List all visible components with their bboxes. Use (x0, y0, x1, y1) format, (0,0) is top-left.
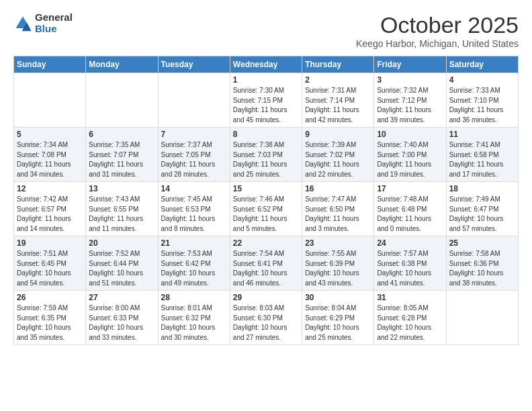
day-info: Sunrise: 7:30 AM Sunset: 7:15 PM Dayligh… (233, 86, 299, 125)
calendar-cell: 1Sunrise: 7:30 AM Sunset: 7:15 PM Daylig… (230, 73, 302, 128)
day-info: Sunrise: 8:00 AM Sunset: 6:33 PM Dayligh… (89, 304, 154, 342)
day-info: Sunrise: 7:34 AM Sunset: 7:08 PM Dayligh… (17, 140, 83, 179)
calendar-cell: 9Sunrise: 7:39 AM Sunset: 7:02 PM Daylig… (302, 128, 374, 182)
day-info: Sunrise: 7:58 AM Sunset: 6:36 PM Dayligh… (449, 249, 515, 288)
day-number: 10 (377, 130, 443, 139)
calendar-cell: 14Sunrise: 7:45 AM Sunset: 6:53 PM Dayli… (158, 182, 230, 236)
day-info: Sunrise: 7:55 AM Sunset: 6:39 PM Dayligh… (305, 249, 371, 288)
day-number: 19 (17, 238, 83, 248)
calendar-cell: 20Sunrise: 7:52 AM Sunset: 6:44 PM Dayli… (86, 236, 158, 291)
logo: General Blue (13, 12, 73, 34)
day-info: Sunrise: 7:40 AM Sunset: 7:00 PM Dayligh… (377, 140, 443, 179)
day-info: Sunrise: 7:38 AM Sunset: 7:03 PM Dayligh… (233, 140, 299, 179)
calendar-week-row: 1Sunrise: 7:30 AM Sunset: 7:15 PM Daylig… (14, 73, 519, 128)
day-info: Sunrise: 7:48 AM Sunset: 6:48 PM Dayligh… (377, 195, 443, 234)
weekday-header: Friday (374, 56, 446, 73)
day-number: 25 (449, 238, 515, 248)
day-number: 30 (305, 293, 371, 302)
calendar-cell: 26Sunrise: 7:59 AM Sunset: 6:35 PM Dayli… (14, 291, 86, 345)
calendar-cell: 27Sunrise: 8:00 AM Sunset: 6:33 PM Dayli… (86, 291, 158, 345)
calendar-cell: 6Sunrise: 7:35 AM Sunset: 7:07 PM Daylig… (86, 128, 158, 182)
calendar-cell: 16Sunrise: 7:47 AM Sunset: 6:50 PM Dayli… (302, 182, 374, 236)
weekday-header: Saturday (446, 56, 518, 73)
weekday-header: Thursday (302, 56, 374, 73)
day-number: 1 (233, 75, 299, 85)
weekday-header-row: SundayMondayTuesdayWednesdayThursdayFrid… (14, 56, 519, 73)
day-number: 16 (305, 184, 371, 193)
day-number: 2 (305, 75, 371, 85)
logo-blue-text: Blue (35, 24, 73, 35)
day-info: Sunrise: 7:49 AM Sunset: 6:47 PM Dayligh… (449, 195, 515, 234)
day-number: 17 (377, 184, 443, 193)
day-number: 14 (161, 184, 227, 193)
calendar-table: SundayMondayTuesdayWednesdayThursdayFrid… (13, 56, 519, 345)
calendar-cell: 29Sunrise: 8:03 AM Sunset: 6:30 PM Dayli… (230, 291, 302, 345)
day-info: Sunrise: 7:53 AM Sunset: 6:42 PM Dayligh… (161, 249, 227, 288)
day-number: 6 (89, 130, 154, 139)
day-info: Sunrise: 7:31 AM Sunset: 7:14 PM Dayligh… (305, 86, 371, 125)
calendar-cell (14, 73, 86, 128)
day-number: 11 (449, 130, 515, 139)
calendar-cell: 12Sunrise: 7:42 AM Sunset: 6:57 PM Dayli… (14, 182, 86, 236)
calendar-cell (158, 73, 230, 128)
day-number: 18 (449, 184, 515, 193)
day-info: Sunrise: 7:45 AM Sunset: 6:53 PM Dayligh… (161, 195, 227, 234)
day-info: Sunrise: 7:37 AM Sunset: 7:05 PM Dayligh… (161, 140, 227, 179)
logo-icon (13, 14, 32, 33)
title-block: October 2025 Keego Harbor, Michigan, Uni… (356, 12, 519, 49)
calendar-cell: 31Sunrise: 8:05 AM Sunset: 6:28 PM Dayli… (374, 291, 446, 345)
day-info: Sunrise: 8:01 AM Sunset: 6:32 PM Dayligh… (161, 304, 227, 342)
day-number: 20 (89, 238, 154, 248)
logo-general-text: General (35, 12, 73, 24)
day-info: Sunrise: 7:47 AM Sunset: 6:50 PM Dayligh… (305, 195, 371, 234)
day-number: 21 (161, 238, 227, 248)
page-header: General Blue October 2025 Keego Harbor, … (13, 12, 519, 49)
day-info: Sunrise: 7:32 AM Sunset: 7:12 PM Dayligh… (377, 86, 443, 125)
calendar-week-row: 19Sunrise: 7:51 AM Sunset: 6:45 PM Dayli… (14, 236, 519, 291)
day-number: 26 (17, 293, 83, 302)
calendar-cell: 17Sunrise: 7:48 AM Sunset: 6:48 PM Dayli… (374, 182, 446, 236)
calendar-cell: 5Sunrise: 7:34 AM Sunset: 7:08 PM Daylig… (14, 128, 86, 182)
calendar-week-row: 5Sunrise: 7:34 AM Sunset: 7:08 PM Daylig… (14, 128, 519, 182)
weekday-header: Monday (86, 56, 158, 73)
day-info: Sunrise: 7:51 AM Sunset: 6:45 PM Dayligh… (17, 249, 83, 288)
day-info: Sunrise: 7:42 AM Sunset: 6:57 PM Dayligh… (17, 195, 83, 234)
day-info: Sunrise: 8:05 AM Sunset: 6:28 PM Dayligh… (377, 304, 443, 342)
day-number: 23 (305, 238, 371, 248)
calendar-cell: 15Sunrise: 7:46 AM Sunset: 6:52 PM Dayli… (230, 182, 302, 236)
day-number: 5 (17, 130, 83, 139)
weekday-header: Sunday (14, 56, 86, 73)
day-number: 22 (233, 238, 299, 248)
day-number: 24 (377, 238, 443, 248)
calendar-cell: 23Sunrise: 7:55 AM Sunset: 6:39 PM Dayli… (302, 236, 374, 291)
month-title: October 2025 (356, 12, 519, 38)
day-info: Sunrise: 8:04 AM Sunset: 6:29 PM Dayligh… (305, 304, 371, 342)
day-number: 13 (89, 184, 154, 193)
calendar-cell: 8Sunrise: 7:38 AM Sunset: 7:03 PM Daylig… (230, 128, 302, 182)
calendar-cell: 13Sunrise: 7:43 AM Sunset: 6:55 PM Dayli… (86, 182, 158, 236)
day-number: 4 (449, 75, 515, 85)
day-number: 9 (305, 130, 371, 139)
calendar-cell: 11Sunrise: 7:41 AM Sunset: 6:58 PM Dayli… (446, 128, 518, 182)
day-number: 3 (377, 75, 443, 85)
day-info: Sunrise: 7:41 AM Sunset: 6:58 PM Dayligh… (449, 140, 515, 179)
weekday-header: Wednesday (230, 56, 302, 73)
calendar-cell: 3Sunrise: 7:32 AM Sunset: 7:12 PM Daylig… (374, 73, 446, 128)
location-text: Keego Harbor, Michigan, United States (356, 38, 519, 49)
calendar-cell: 2Sunrise: 7:31 AM Sunset: 7:14 PM Daylig… (302, 73, 374, 128)
calendar-cell: 30Sunrise: 8:04 AM Sunset: 6:29 PM Dayli… (302, 291, 374, 345)
calendar-cell: 24Sunrise: 7:57 AM Sunset: 6:38 PM Dayli… (374, 236, 446, 291)
day-number: 7 (161, 130, 227, 139)
day-info: Sunrise: 7:33 AM Sunset: 7:10 PM Dayligh… (449, 86, 515, 125)
day-info: Sunrise: 7:54 AM Sunset: 6:41 PM Dayligh… (233, 249, 299, 288)
day-info: Sunrise: 7:39 AM Sunset: 7:02 PM Dayligh… (305, 140, 371, 179)
day-info: Sunrise: 7:43 AM Sunset: 6:55 PM Dayligh… (89, 195, 154, 234)
calendar-cell: 10Sunrise: 7:40 AM Sunset: 7:00 PM Dayli… (374, 128, 446, 182)
day-number: 12 (17, 184, 83, 193)
calendar-cell: 19Sunrise: 7:51 AM Sunset: 6:45 PM Dayli… (14, 236, 86, 291)
calendar-cell: 25Sunrise: 7:58 AM Sunset: 6:36 PM Dayli… (446, 236, 518, 291)
calendar-cell: 4Sunrise: 7:33 AM Sunset: 7:10 PM Daylig… (446, 73, 518, 128)
calendar-cell: 22Sunrise: 7:54 AM Sunset: 6:41 PM Dayli… (230, 236, 302, 291)
calendar-cell: 7Sunrise: 7:37 AM Sunset: 7:05 PM Daylig… (158, 128, 230, 182)
day-info: Sunrise: 7:59 AM Sunset: 6:35 PM Dayligh… (17, 304, 83, 342)
